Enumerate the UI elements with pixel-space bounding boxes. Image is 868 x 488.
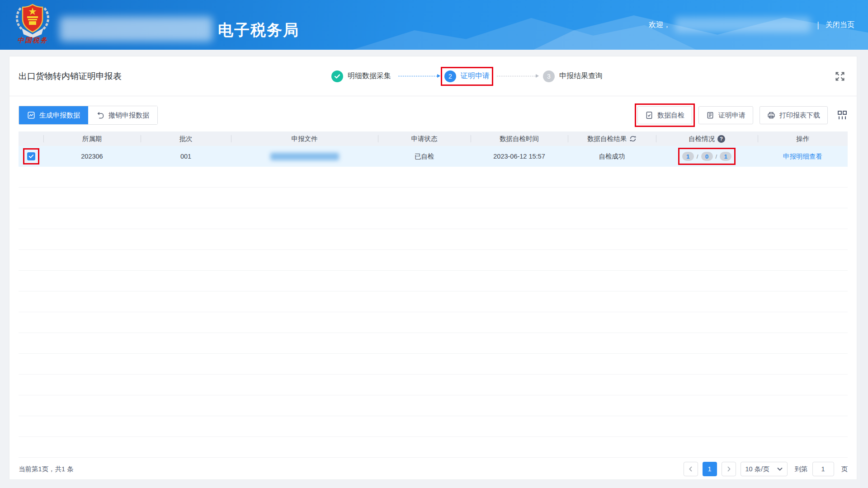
apply-status-cell: 已自检 xyxy=(378,152,471,161)
app-header: 中国税务 电子税务局 欢迎， | 关闭当页 xyxy=(0,0,868,50)
batch-cell: 001 xyxy=(141,153,231,160)
step-connector xyxy=(497,76,536,76)
printer-icon xyxy=(767,111,775,119)
step-label: 证明申请 xyxy=(461,71,490,81)
declaration-table: 所属期 批次 申报文件 申请状态 数据自检时间 数据自检结果 自检情况 ? xyxy=(19,131,848,458)
table-row: 202306 001 已自检 2023-06-12 15:57 自检成功 1 /… xyxy=(19,146,848,167)
table-row-empty xyxy=(19,437,848,458)
redacted-user-name xyxy=(675,17,811,33)
table-row-empty xyxy=(19,416,848,437)
badge-separator: / xyxy=(697,153,698,160)
empty-rows xyxy=(19,167,848,458)
operation-cell: 申报明细查看 xyxy=(758,152,848,161)
column-header: 数据自检结果 xyxy=(568,131,656,146)
column-header: 数据自检时间 xyxy=(471,131,568,146)
generate-declaration-data-button[interactable]: 生成申报数据 xyxy=(19,106,88,124)
logo-caption: 中国税务 xyxy=(12,36,53,45)
revoke-declaration-data-button[interactable]: 撤销申报数据 xyxy=(88,106,157,124)
table-row-empty xyxy=(19,395,848,416)
tax-emblem-icon xyxy=(12,3,53,38)
step-label: 明细数据采集 xyxy=(348,71,391,81)
goto-page-label: 到第 xyxy=(795,465,808,474)
prev-page-button[interactable] xyxy=(684,462,698,476)
column-header: 批次 xyxy=(141,131,231,146)
table-row-empty xyxy=(19,354,848,375)
checkbox-annotation xyxy=(27,152,35,160)
column-settings-icon[interactable] xyxy=(837,110,848,121)
row-select-cell xyxy=(19,152,43,160)
page-title: 出口货物转内销证明申报表 xyxy=(19,70,122,82)
button-label: 证明申请 xyxy=(718,111,745,120)
main-card: 出口货物转内销证明申报表 明细数据采集 2 证明申请 3 申报结果查询 xyxy=(9,56,857,480)
view-declaration-detail-link[interactable]: 申报明细查看 xyxy=(783,152,822,161)
step-certificate-apply-annotated: 2 证明申请 xyxy=(444,70,490,82)
row-checkbox[interactable] xyxy=(27,152,35,160)
column-header-label: 自检情况 xyxy=(689,135,715,143)
step-result-query: 3 申报结果查询 xyxy=(543,70,603,82)
table-row-empty xyxy=(19,333,848,354)
step-label: 申报结果查询 xyxy=(559,71,603,81)
chevron-down-icon xyxy=(777,467,783,471)
print-report-download-button[interactable]: 打印报表下载 xyxy=(760,106,828,124)
page-unit-label: 页 xyxy=(841,465,848,474)
badge-failed: 0 xyxy=(701,152,713,161)
table-row-empty xyxy=(19,375,848,395)
self-check-badges-annotation: 1 / 0 / 1 xyxy=(682,152,732,161)
goto-page-input[interactable] xyxy=(812,462,834,476)
scrollbar-track[interactable] xyxy=(860,50,868,488)
declaration-file-cell xyxy=(231,153,378,160)
self-check-result-cell: 自检成功 xyxy=(568,152,656,161)
step-indicator: 明细数据采集 2 证明申请 3 申报结果查询 xyxy=(331,56,603,96)
table-row-empty xyxy=(19,271,848,291)
step-detail-collection: 明细数据采集 xyxy=(331,70,391,82)
step-number: 2 xyxy=(444,70,456,82)
self-check-time-cell: 2023-06-12 15:57 xyxy=(471,153,568,160)
data-generate-button-group: 生成申报数据 撤销申报数据 xyxy=(19,106,158,125)
button-label: 撤销申报数据 xyxy=(108,111,149,120)
title-row: 出口货物转内销证明申报表 明细数据采集 2 证明申请 3 申报结果查询 xyxy=(9,56,857,96)
button-label: 数据自检 xyxy=(657,111,684,120)
step-connector xyxy=(398,76,437,76)
table-row-empty xyxy=(19,312,848,333)
table-row-empty xyxy=(19,229,848,250)
table-row-empty xyxy=(19,167,848,188)
step-number: 3 xyxy=(543,70,555,82)
badge-separator: / xyxy=(716,153,717,160)
data-self-check-button[interactable]: 数据自检 xyxy=(637,106,692,124)
next-page-button[interactable] xyxy=(722,462,736,476)
select-column-header xyxy=(19,131,43,146)
redacted-declaration-file-link[interactable] xyxy=(270,153,339,160)
column-header-label: 数据自检结果 xyxy=(587,135,627,143)
column-header: 所属期 xyxy=(43,131,141,146)
badge-total: 1 xyxy=(682,152,694,161)
current-page-button[interactable]: 1 xyxy=(703,462,717,476)
help-icon[interactable]: ? xyxy=(717,135,725,143)
redacted-bureau-name xyxy=(60,17,212,42)
data-self-check-annotation: 数据自检 xyxy=(637,106,692,124)
certificate-apply-button[interactable]: 证明申请 xyxy=(698,106,753,124)
fullscreen-expand-icon[interactable] xyxy=(834,70,846,82)
pagination-bar: 当前第1页，共1 条 1 10 条/页 到第 页 xyxy=(9,458,857,480)
refresh-icon[interactable] xyxy=(629,135,637,142)
page-size-value: 10 条/页 xyxy=(745,465,769,474)
column-header: 自检情况 ? xyxy=(656,131,758,146)
doc-icon xyxy=(706,111,714,119)
table-row-empty xyxy=(19,291,848,312)
column-header: 操作 xyxy=(758,131,848,146)
period-cell: 202306 xyxy=(43,153,141,160)
chart-icon xyxy=(27,111,35,119)
toolbar: 生成申报数据 撤销申报数据 数据自检 xyxy=(9,96,857,131)
self-check-status-cell: 1 / 0 / 1 xyxy=(656,152,758,161)
table-row-empty xyxy=(19,208,848,229)
table-row-empty xyxy=(19,188,848,208)
tax-bureau-logo: 中国税务 xyxy=(12,3,53,45)
badge-passed: 1 xyxy=(720,152,731,161)
column-header: 申请状态 xyxy=(378,131,471,146)
table-header-row: 所属期 批次 申报文件 申请状态 数据自检时间 数据自检结果 自检情况 ? xyxy=(19,131,848,146)
table-row-empty xyxy=(19,250,848,271)
page-size-select[interactable]: 10 条/页 xyxy=(741,462,788,476)
close-page-link[interactable]: 关闭当页 xyxy=(826,20,854,30)
doc-check-icon xyxy=(645,111,653,119)
button-label: 打印报表下载 xyxy=(779,111,820,120)
undo-icon xyxy=(96,111,104,119)
